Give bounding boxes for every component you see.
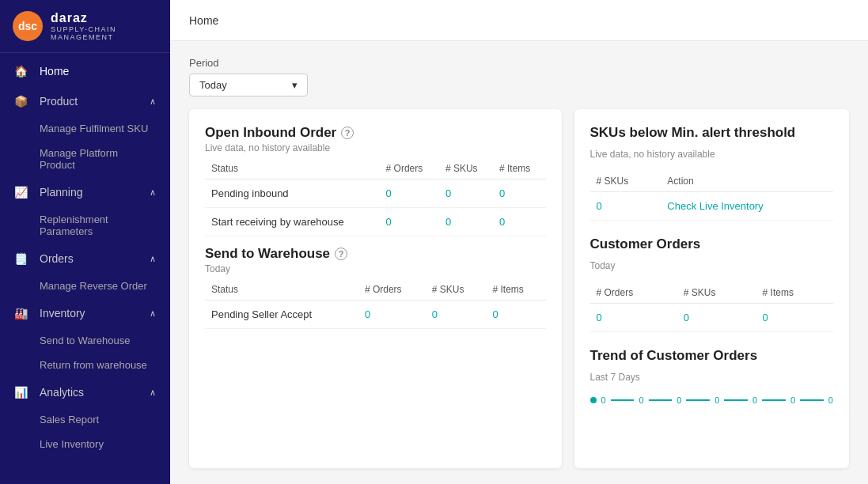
left-column: Open Inbound Order ? Live data, no histo…	[189, 109, 562, 468]
status-pending-inbound: Pending inbound	[205, 180, 380, 208]
sidebar-nav: 🏠 Home 📦 Product ∧ Manage Fulfilment SKU…	[0, 53, 170, 484]
col-skus-inbound: # SKUs	[439, 158, 493, 180]
top-bar: Home	[170, 0, 868, 41]
content-area: Period Today ▾ Open Inbound Order ? Live…	[170, 41, 868, 484]
sidebar-label-planning: Planning	[40, 186, 83, 199]
sku-min-title: SKUs below Min. alert threshold	[590, 125, 834, 141]
sidebar-item-planning[interactable]: 📈 Planning ∧	[0, 177, 170, 207]
co-skus-val[interactable]: 0	[684, 312, 689, 323]
planning-icon: 📈	[14, 186, 32, 199]
sidebar-sub-send-warehouse[interactable]: Send to Warehouse	[0, 328, 170, 353]
co-items-val[interactable]: 0	[763, 312, 768, 323]
trend-subtitle: Last 7 Days	[590, 372, 834, 383]
val-receiving-skus[interactable]: 0	[445, 216, 451, 228]
sidebar-item-product[interactable]: 📦 Product ∧	[0, 86, 170, 116]
sidebar-label-inventory: Inventory	[40, 307, 85, 320]
send-warehouse-card: Send to Warehouse ? Today Status # Order…	[205, 246, 546, 329]
sidebar-sub-manage-fulfilment[interactable]: Manage Fulfilment SKU	[0, 116, 170, 141]
send-warehouse-subtitle: Today	[205, 263, 546, 274]
customer-orders-subtitle: Today	[590, 260, 834, 271]
breadcrumb: Home	[189, 14, 218, 27]
sidebar-sub-replenishment[interactable]: Replenishment Parameters	[0, 207, 170, 244]
help-icon-warehouse[interactable]: ?	[335, 248, 347, 260]
col-co-items: # Items	[756, 282, 833, 304]
col-co-skus: # SKUs	[677, 282, 756, 304]
table-row: Pending inbound 0 0 0	[205, 180, 546, 208]
val-receiving-orders[interactable]: 0	[386, 216, 392, 228]
col-orders-inbound: # Orders	[380, 158, 439, 180]
status-start-receiving: Start receiving by warehouse	[205, 208, 380, 236]
sidebar-sub-live-inventory[interactable]: Live Inventory	[0, 432, 170, 456]
val-seller-items[interactable]: 0	[493, 308, 498, 320]
chevron-orders-icon: ∧	[150, 254, 156, 264]
val-pending-orders[interactable]: 0	[386, 187, 392, 199]
trend-val-2: 0	[639, 395, 643, 405]
main-cards-row: Open Inbound Order ? Live data, no histo…	[189, 109, 849, 468]
sidebar-item-orders[interactable]: 🗒️ Orders ∧	[0, 244, 170, 274]
chevron-planning-icon: ∧	[150, 187, 156, 198]
col-items-stw: # Items	[487, 279, 546, 301]
col-action: Action	[661, 171, 833, 192]
sku-min-table: # SKUs Action 0 Check Live Inventory	[590, 171, 834, 221]
trend-val-1: 0	[601, 395, 606, 405]
chevron-product-icon: ∧	[150, 96, 156, 107]
co-orders-val[interactable]: 0	[597, 312, 602, 323]
open-inbound-subtitle: Live data, no history available	[205, 142, 546, 153]
val-pending-items[interactable]: 0	[499, 187, 505, 199]
sidebar-label-home: Home	[40, 65, 69, 78]
chevron-inventory-icon: ∧	[150, 308, 156, 319]
trend-title: Trend of Customer Orders	[590, 348, 834, 364]
sidebar-label-analytics: Analytics	[40, 386, 84, 399]
send-warehouse-title: Send to Warehouse ?	[205, 246, 546, 262]
trend-chart: 0 0 0 0 0 0 0	[590, 389, 834, 405]
col-skus-stw: # SKUs	[426, 279, 487, 301]
trend-val-5: 0	[752, 395, 757, 405]
brand-title: daraz	[51, 11, 157, 25]
val-seller-orders[interactable]: 0	[365, 308, 370, 320]
send-warehouse-table: Status # Orders # SKUs # Items Pending S…	[205, 279, 546, 329]
table-row: 0 0 0	[590, 304, 834, 332]
trend-val-6: 0	[790, 395, 795, 405]
help-icon-inbound[interactable]: ?	[341, 127, 354, 139]
trend-val-7: 0	[828, 395, 833, 405]
period-section: Period Today ▾	[189, 57, 849, 96]
period-select[interactable]: Today ▾	[189, 74, 308, 96]
table-row: Pending Seller Accept 0 0 0	[205, 301, 546, 329]
col-orders-stw: # Orders	[358, 279, 426, 301]
val-receiving-items[interactable]: 0	[499, 216, 505, 228]
sku-min-value[interactable]: 0	[597, 200, 602, 212]
trend-dot-1	[590, 397, 597, 403]
right-column: SKUs below Min. alert threshold Live dat…	[574, 109, 850, 468]
sidebar: dsc daraz SUPPLY-CHAIN MANAGEMENT 🏠 Home…	[0, 0, 170, 484]
customer-orders-section: Customer Orders Today # Orders # SKUs # …	[590, 236, 834, 332]
chevron-down-icon: ▾	[292, 79, 298, 91]
inventory-icon: 🏭	[14, 307, 32, 320]
trend-line-6	[800, 399, 824, 401]
sidebar-label-orders: Orders	[40, 252, 74, 265]
main-content: Home Period Today ▾ Open Inbound Order ?…	[170, 0, 868, 484]
logo-icon: dsc	[13, 11, 43, 41]
trend-val-3: 0	[677, 395, 681, 405]
sidebar-sub-sales-report[interactable]: Sales Report	[0, 407, 170, 432]
open-inbound-card: Open Inbound Order ? Live data, no histo…	[205, 125, 546, 236]
sidebar-item-home[interactable]: 🏠 Home	[0, 56, 170, 86]
check-live-inventory-link[interactable]: Check Live Inventory	[667, 200, 763, 212]
sidebar-item-inventory[interactable]: 🏭 Inventory ∧	[0, 298, 170, 328]
analytics-icon: 📊	[14, 386, 32, 399]
sidebar-sub-return-warehouse[interactable]: Return from warehouse	[0, 353, 170, 377]
sku-section: SKUs below Min. alert threshold Live dat…	[590, 125, 834, 221]
status-pending-seller: Pending Seller Accept	[205, 301, 358, 329]
trend-line-4	[724, 399, 748, 401]
sidebar-label-product: Product	[40, 95, 78, 108]
customer-orders-table: # Orders # SKUs # Items 0 0 0	[590, 282, 834, 332]
col-status-stw: Status	[205, 279, 358, 301]
sidebar-sub-reverse-order[interactable]: Manage Reverse Order	[0, 274, 170, 298]
sidebar-item-analytics[interactable]: 📊 Analytics ∧	[0, 377, 170, 407]
sidebar-sub-manage-platform[interactable]: Manage Platform Product	[0, 141, 170, 177]
val-pending-skus[interactable]: 0	[445, 187, 451, 199]
trend-val-4: 0	[714, 395, 719, 405]
trend-line-5	[762, 399, 786, 401]
sku-min-subtitle: Live data, no history available	[590, 149, 834, 160]
val-seller-skus[interactable]: 0	[432, 308, 438, 320]
col-sku-num: # SKUs	[590, 171, 661, 192]
